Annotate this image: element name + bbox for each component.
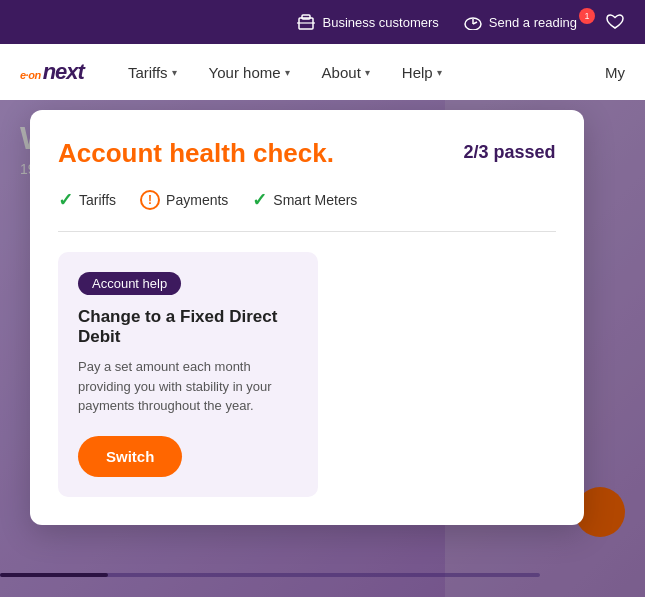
- check-smart-meters-label: Smart Meters: [273, 192, 357, 208]
- nav-item-about[interactable]: About ▾: [308, 44, 384, 100]
- send-reading-link[interactable]: Send a reading 1: [463, 12, 625, 32]
- modal-title: Account health check.: [58, 138, 334, 169]
- send-reading-label: Send a reading: [489, 15, 577, 30]
- check-smart-meters: ✓ Smart Meters: [252, 189, 357, 211]
- svg-rect-1: [302, 15, 310, 19]
- check-tariffs: ✓ Tariffs: [58, 189, 116, 211]
- chevron-down-icon: ▾: [285, 67, 290, 78]
- nav-item-help[interactable]: Help ▾: [388, 44, 456, 100]
- card-badge: Account help: [78, 272, 181, 295]
- chevron-down-icon: ▾: [365, 67, 370, 78]
- check-payments: ! Payments: [140, 190, 228, 210]
- checkmark-icon: ✓: [58, 189, 73, 211]
- nav-items: Tariffs ▾ Your home ▾ About ▾ Help ▾ My: [114, 44, 625, 100]
- chevron-down-icon: ▾: [172, 67, 177, 78]
- heart-icon: [605, 12, 625, 32]
- nav-item-your-home[interactable]: Your home ▾: [195, 44, 304, 100]
- notification-badge: 1: [579, 8, 595, 24]
- account-health-modal: Account health check. 2/3 passed ✓ Tarif…: [30, 110, 584, 525]
- business-customers-label: Business customers: [322, 15, 438, 30]
- warning-icon: !: [140, 190, 160, 210]
- card-description: Pay a set amount each month providing yo…: [78, 357, 298, 416]
- checkmark-icon: ✓: [252, 189, 267, 211]
- nav-item-my[interactable]: My: [605, 64, 625, 81]
- business-customers-link[interactable]: Business customers: [296, 12, 438, 32]
- nav-item-tariffs[interactable]: Tariffs ▾: [114, 44, 191, 100]
- account-help-card: Account help Change to a Fixed Direct De…: [58, 252, 318, 497]
- modal-divider: [58, 231, 556, 232]
- nav-bar: e·on next Tariffs ▾ Your home ▾ About ▾ …: [0, 44, 645, 100]
- logo[interactable]: e·on next: [20, 59, 84, 85]
- business-icon: [296, 12, 316, 32]
- card-title: Change to a Fixed Direct Debit: [78, 307, 298, 347]
- meter-icon: [463, 12, 483, 32]
- switch-button[interactable]: Switch: [78, 436, 182, 477]
- modal-overlay: Account health check. 2/3 passed ✓ Tarif…: [0, 100, 645, 597]
- top-bar: Business customers Send a reading 1: [0, 0, 645, 44]
- check-payments-label: Payments: [166, 192, 228, 208]
- modal-header: Account health check. 2/3 passed: [58, 138, 556, 169]
- check-tariffs-label: Tariffs: [79, 192, 116, 208]
- modal-checks: ✓ Tariffs ! Payments ✓ Smart Meters: [58, 189, 556, 211]
- chevron-down-icon: ▾: [437, 67, 442, 78]
- modal-score: 2/3 passed: [463, 142, 555, 163]
- page-content: We 192 G... t paym paymement iss afteris…: [0, 100, 645, 597]
